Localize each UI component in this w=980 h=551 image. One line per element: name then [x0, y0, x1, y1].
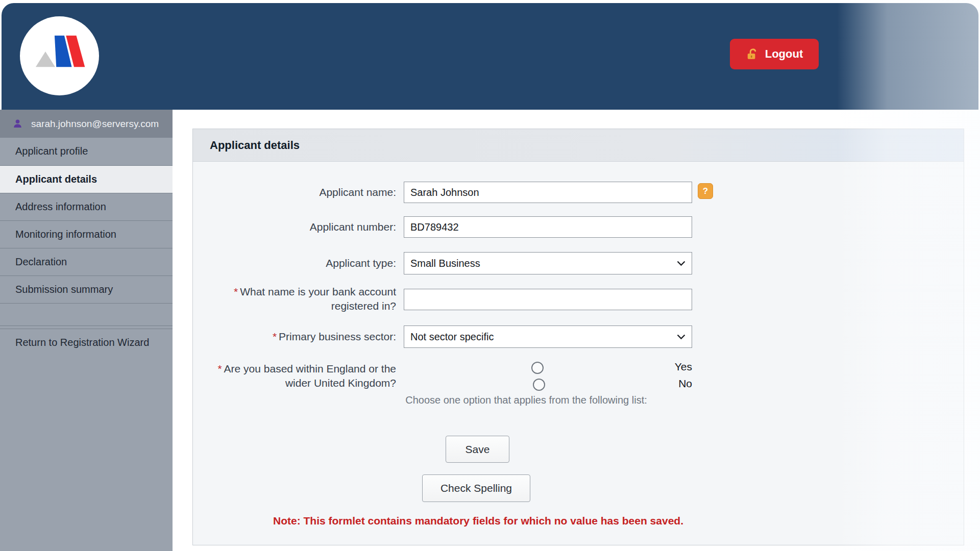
applicant-type-label: Applicant type: [212, 256, 396, 270]
applicant-details-panel: Applicant details Applicant name: ? Appl… [192, 129, 964, 545]
panel-title: Applicant details [210, 139, 300, 152]
app-header: Logout [2, 3, 978, 110]
based-in-uk-no-radio[interactable] [533, 379, 545, 391]
logout-label: Logout [765, 47, 803, 61]
sidebar-item-monitoring-information[interactable]: Monitoring information [0, 220, 173, 248]
based-in-uk-label: *Are you based within England or the wid… [217, 362, 396, 390]
sidebar-item-declaration[interactable]: Declaration [0, 248, 173, 276]
required-asterisk: * [273, 331, 277, 342]
user-email: sarah.johnson@serversy.com [31, 118, 159, 130]
sidebar-item-applicant-details[interactable]: Applicant details [0, 165, 173, 193]
sidebar-item-blank [0, 303, 173, 325]
applicant-number-input[interactable] [404, 216, 692, 238]
sidebar-user-row: sarah.johnson@serversy.com [0, 110, 173, 138]
app-logo [20, 16, 99, 95]
required-asterisk: * [234, 286, 238, 297]
applicant-number-label: Applicant number: [212, 220, 396, 234]
business-sector-select-wrap: Not sector specific [404, 325, 692, 348]
applicant-name-input[interactable] [404, 182, 692, 203]
help-button[interactable]: ? [698, 183, 713, 199]
based-in-uk-helper-text: Choose one option that applies from the … [399, 394, 654, 406]
panel-body: Applicant name: ? Applicant number: Appl… [193, 162, 964, 545]
based-in-uk-yes-radio[interactable] [531, 362, 544, 374]
required-asterisk: * [217, 363, 222, 374]
sidebar-item-address-information[interactable]: Address information [0, 193, 173, 220]
panel-header: Applicant details [193, 129, 964, 162]
sidebar-item-submission-summary[interactable]: Submission summary [0, 276, 173, 303]
check-spelling-button[interactable]: Check Spelling [422, 474, 530, 502]
bank-account-input[interactable] [404, 289, 692, 310]
save-button[interactable]: Save [446, 436, 509, 463]
based-in-uk-yes-label[interactable]: Yes [580, 361, 692, 373]
user-icon [13, 119, 22, 129]
sidebar: sarah.johnson@serversy.com Applicant pro… [0, 110, 173, 551]
logout-button[interactable]: Logout [730, 39, 819, 69]
applicant-name-label: Applicant name: [212, 185, 396, 199]
applicant-type-select[interactable]: Small Business [404, 252, 692, 274]
sidebar-item-return-to-wizard[interactable]: Return to Registration Wizard [0, 329, 173, 356]
applicant-type-select-wrap: Small Business [404, 252, 692, 274]
business-sector-label: *Primary business sector: [212, 330, 396, 344]
sidebar-item-applicant-profile[interactable]: Applicant profile [0, 138, 173, 165]
logo-mark-icon [31, 28, 88, 85]
business-sector-select[interactable]: Not sector specific [404, 325, 692, 348]
unlock-icon [746, 47, 759, 61]
based-in-uk-no-label[interactable]: No [580, 378, 692, 390]
bank-account-label: *What name is your bank account register… [228, 285, 396, 313]
mandatory-fields-note: Note: This formlet contains mandatory fi… [273, 515, 683, 527]
page: Logout sarah.johnson@serversy.com Applic… [0, 0, 980, 551]
